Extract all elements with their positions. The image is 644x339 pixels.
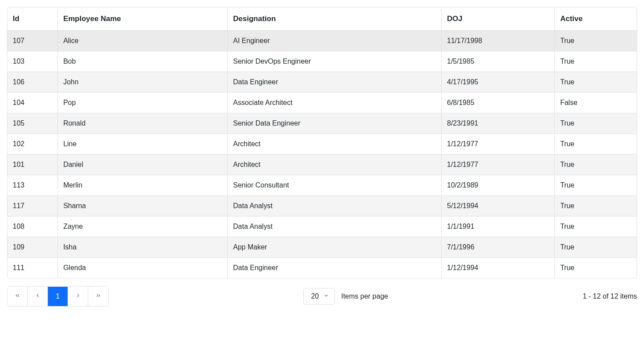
cell-id: 109 [7, 237, 58, 258]
cell-id: 106 [7, 72, 58, 93]
table-row[interactable]: 109IshaApp Maker7/1/1996True [7, 237, 637, 258]
table-row[interactable]: 107AliceAI Engineer11/17/1998True [7, 31, 637, 51]
table-row[interactable]: 106JohnData Engineer4/17/1995True [7, 72, 637, 93]
cell-doj: 11/17/1998 [442, 31, 555, 51]
cell-designation: Data Engineer [228, 72, 442, 93]
cell-doj: 1/5/1985 [442, 51, 555, 72]
column-header-active[interactable]: Active [555, 7, 637, 31]
pager-next-button[interactable] [68, 287, 88, 306]
employee-grid: Id Employee Name Designation DOJ Active … [7, 7, 637, 278]
cell-active: True [555, 72, 637, 93]
cell-designation: Data Analyst [228, 216, 442, 237]
cell-doj: 10/2/1989 [442, 175, 555, 196]
cell-name: Glenda [58, 258, 228, 278]
cell-designation: Data Engineer [228, 258, 442, 278]
cell-id: 102 [7, 134, 58, 155]
cell-name: Alice [58, 31, 228, 51]
cell-doj: 1/12/1977 [442, 134, 555, 155]
cell-designation: App Maker [228, 237, 442, 258]
cell-name: Zayne [58, 216, 228, 237]
cell-id: 117 [7, 196, 58, 216]
cell-name: Line [58, 134, 228, 155]
pager-first-button[interactable] [7, 287, 28, 306]
cell-active: True [555, 175, 637, 196]
table-row[interactable]: 103BobSenior DevOps Engineer1/5/1985True [7, 51, 637, 72]
cell-name: Merlin [58, 175, 228, 196]
page-size-value: 20 [311, 292, 319, 300]
table-row[interactable]: 113MerlinSenior Consultant10/2/1989True [7, 175, 637, 196]
cell-name: Bob [58, 51, 228, 72]
cell-id: 107 [7, 31, 58, 51]
chevron-left-icon [35, 292, 41, 300]
cell-active: True [555, 31, 637, 51]
cell-active: True [555, 196, 637, 216]
chevrons-right-icon [95, 292, 101, 300]
page-size-dropdown[interactable]: 20 [303, 288, 335, 305]
cell-id: 104 [7, 93, 58, 113]
pager-center: 20 Items per page [114, 288, 577, 305]
pager-nav: 1 [7, 286, 109, 307]
employee-table: Id Employee Name Designation DOJ Active … [7, 7, 637, 278]
table-header-row: Id Employee Name Designation DOJ Active [7, 7, 637, 31]
cell-name: Daniel [58, 155, 228, 175]
cell-designation: Senior Consultant [228, 175, 442, 196]
cell-designation: Architect [228, 134, 442, 155]
cell-designation: Associate Architect [228, 93, 442, 113]
cell-id: 103 [7, 51, 58, 72]
pager-info: 1 - 12 of 12 items [583, 292, 637, 300]
table-row[interactable]: 117SharnaData Analyst5/12/1994True [7, 196, 637, 216]
cell-active: True [555, 113, 637, 134]
column-header-name[interactable]: Employee Name [58, 7, 228, 31]
chevron-down-icon [323, 292, 329, 300]
cell-doj: 1/1/1991 [442, 216, 555, 237]
cell-active: True [555, 258, 637, 278]
cell-active: False [555, 93, 637, 113]
cell-doj: 5/12/1994 [442, 196, 555, 216]
table-row[interactable]: 105RonaldSenior Data Engineer8/23/1991Tr… [7, 113, 637, 134]
column-header-designation[interactable]: Designation [228, 7, 442, 31]
cell-name: Sharna [58, 196, 228, 216]
cell-doj: 1/12/1994 [442, 258, 555, 278]
chevron-right-icon [75, 292, 81, 300]
cell-name: Pop [58, 93, 228, 113]
table-row[interactable]: 111GlendaData Engineer1/12/1994True [7, 258, 637, 278]
pager-last-button[interactable] [88, 287, 108, 306]
cell-designation: Data Analyst [228, 196, 442, 216]
cell-designation: Senior Data Engineer [228, 113, 442, 134]
cell-designation: Architect [228, 155, 442, 175]
column-header-doj[interactable]: DOJ [442, 7, 555, 31]
pager-page-1-button[interactable]: 1 [48, 287, 68, 306]
cell-doj: 6/8/1985 [442, 93, 555, 113]
cell-active: True [555, 237, 637, 258]
cell-name: Ronald [58, 113, 228, 134]
cell-name: Isha [58, 237, 228, 258]
pager-bar: 1 20 Items per page 1 - 12 of 12 items [7, 286, 637, 307]
cell-doj: 8/23/1991 [442, 113, 555, 134]
cell-doj: 4/17/1995 [442, 72, 555, 93]
pager-prev-button[interactable] [28, 287, 48, 306]
table-row[interactable]: 104PopAssociate Architect6/8/1985False [7, 93, 637, 113]
cell-id: 105 [7, 113, 58, 134]
cell-active: True [555, 51, 637, 72]
cell-doj: 1/12/1977 [442, 155, 555, 175]
items-per-page-label: Items per page [341, 292, 388, 300]
cell-id: 108 [7, 216, 58, 237]
cell-active: True [555, 134, 637, 155]
cell-designation: AI Engineer [228, 31, 442, 51]
cell-active: True [555, 155, 637, 175]
cell-active: True [555, 216, 637, 237]
column-header-id[interactable]: Id [7, 7, 58, 31]
table-row[interactable]: 108ZayneData Analyst1/1/1991True [7, 216, 637, 237]
cell-id: 113 [7, 175, 58, 196]
chevrons-left-icon [14, 292, 21, 300]
cell-designation: Senior DevOps Engineer [228, 51, 442, 72]
cell-doj: 7/1/1996 [442, 237, 555, 258]
cell-id: 101 [7, 155, 58, 175]
table-row[interactable]: 102LineArchitect1/12/1977True [7, 134, 637, 155]
cell-id: 111 [7, 258, 58, 278]
cell-name: John [58, 72, 228, 93]
table-row[interactable]: 101DanielArchitect1/12/1977True [7, 155, 637, 175]
